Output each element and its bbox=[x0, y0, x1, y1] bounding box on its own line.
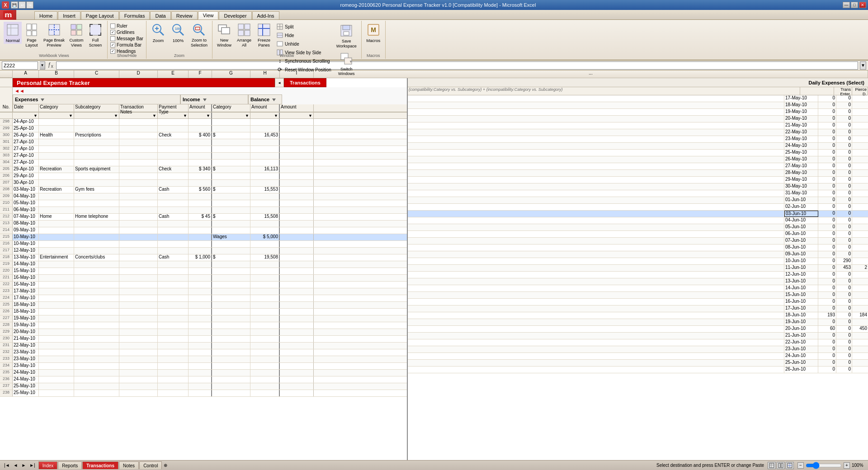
sheet-scroll-area[interactable]: Personal Expense Tracker ◄ Transactions … bbox=[0, 78, 868, 460]
right-table-row[interactable]: 19-Jun-10 0 0 bbox=[408, 319, 868, 326]
gridlines-checkbox[interactable]: ✓ bbox=[110, 30, 115, 35]
hide-btn[interactable]: Hide bbox=[275, 31, 333, 39]
messagebar-checkbox[interactable] bbox=[110, 36, 115, 41]
table-row[interactable]: 218 13-May-10 Entertainment Concerts/clu… bbox=[0, 254, 407, 261]
table-row[interactable]: 231 22-May-10 bbox=[0, 343, 407, 349]
sheet-tab-reports[interactable]: Reports bbox=[58, 461, 82, 469]
table-row[interactable]: 237 25-May-10 bbox=[0, 383, 407, 390]
right-table-row[interactable]: 28-May-10 0 0 bbox=[408, 170, 868, 177]
col-header-J-onward[interactable]: ... bbox=[314, 70, 868, 78]
col-header-D[interactable]: D bbox=[119, 70, 158, 78]
unhide-btn[interactable]: Unhide bbox=[275, 40, 333, 48]
formula-input[interactable] bbox=[56, 61, 858, 70]
table-row[interactable]: 206 29-Apr-10 bbox=[0, 173, 407, 180]
right-table-row[interactable]: 18-Jun-10 193 0 184 bbox=[408, 312, 868, 319]
zoom-selection-btn[interactable]: Zoom toSelection bbox=[189, 22, 209, 49]
table-row[interactable]: 215 10-May-10 Wages $ 5,000 bbox=[0, 234, 407, 241]
page-break-status-btn[interactable] bbox=[786, 462, 794, 469]
sheet-tab-add[interactable]: ⊕ bbox=[162, 463, 169, 468]
page-layout-btn[interactable]: PageLayout bbox=[23, 22, 41, 49]
table-row[interactable]: 304 27-Apr-10 bbox=[0, 160, 407, 166]
right-table-row[interactable]: 06-Jun-10 0 0 bbox=[408, 231, 868, 238]
col-header-F[interactable]: F bbox=[189, 70, 212, 78]
right-table-row[interactable]: 11-Jun-10 0 453 2 bbox=[408, 265, 868, 272]
sheet-tab-notes[interactable]: Notes bbox=[119, 461, 139, 469]
ruler-checkbox[interactable] bbox=[110, 24, 115, 28]
right-table-row[interactable]: 23-Jun-10 0 0 bbox=[408, 346, 868, 353]
collapse-btn[interactable]: ◄ bbox=[275, 78, 284, 87]
right-table-row[interactable]: 15-Jun-10 0 0 bbox=[408, 292, 868, 299]
normal-view-status-btn[interactable] bbox=[768, 462, 776, 469]
formulabar-checkbox[interactable]: ✓ bbox=[110, 42, 115, 47]
name-box-dropdown[interactable]: ▼ bbox=[40, 61, 45, 70]
filter-inc-cat[interactable]: ▼ bbox=[212, 113, 250, 118]
messagebar-checkbox-row[interactable]: Message Bar bbox=[110, 36, 143, 41]
right-table-row[interactable]: 20-Jun-10 60 0 450 bbox=[408, 326, 868, 333]
right-table-row[interactable]: 09-Jun-10 0 0 bbox=[408, 251, 868, 258]
app-minimize-btn[interactable]: — bbox=[843, 2, 850, 8]
right-table-row[interactable]: 17-May-10 0 0 bbox=[408, 95, 868, 102]
table-row[interactable]: 222 16-May-10 bbox=[0, 282, 407, 288]
right-table-row[interactable]: 24-Jun-10 0 0 bbox=[408, 353, 868, 360]
right-table-row[interactable]: 16-Jun-10 0 0 bbox=[408, 299, 868, 306]
table-row[interactable]: 216 10-May-10 bbox=[0, 241, 407, 248]
col-header-A[interactable]: A bbox=[13, 70, 39, 78]
tab-formulas[interactable]: Formulas bbox=[119, 11, 150, 19]
right-table-row[interactable]: 21-May-10 0 0 bbox=[408, 122, 868, 129]
right-table-row[interactable]: 21-Jun-10 0 0 bbox=[408, 333, 868, 339]
app-close-btn[interactable]: ✕ bbox=[859, 2, 866, 8]
right-table-row[interactable]: 29-May-10 0 0 bbox=[408, 177, 868, 183]
col-header-B[interactable]: B bbox=[39, 70, 74, 78]
table-row[interactable]: 209 04-May-10 bbox=[0, 193, 407, 200]
formula-expand-btn[interactable]: ▼ bbox=[860, 61, 866, 70]
table-row[interactable]: 227 19-May-10 bbox=[0, 315, 407, 322]
table-row[interactable]: 220 15-May-10 bbox=[0, 268, 407, 275]
right-table-row[interactable]: 30-May-10 0 0 bbox=[408, 183, 868, 190]
right-table-row[interactable]: 02-Jun-10 0 0 bbox=[408, 204, 868, 211]
tab-data[interactable]: Data bbox=[150, 11, 170, 19]
col-header-G[interactable]: G bbox=[212, 70, 250, 78]
table-row[interactable]: 213 08-May-10 bbox=[0, 221, 407, 227]
page-layout-status-btn[interactable] bbox=[777, 462, 785, 469]
right-table-row[interactable]: 27-May-10 0 0 bbox=[408, 163, 868, 170]
nav-arrows[interactable]: ◄◄ bbox=[13, 87, 26, 94]
table-row[interactable]: 223 17-May-10 bbox=[0, 288, 407, 295]
table-row[interactable]: 303 27-Apr-10 bbox=[0, 153, 407, 160]
freeze-panes-btn[interactable]: FreezePanes bbox=[255, 22, 273, 49]
full-screen-btn[interactable]: FullScreen bbox=[86, 22, 104, 49]
name-box[interactable]: Z222 bbox=[2, 61, 38, 70]
right-table-row[interactable]: 22-Jun-10 0 0 bbox=[408, 339, 868, 346]
tab-pagelayout[interactable]: Page Layout bbox=[81, 11, 119, 19]
table-row[interactable]: 214 09-May-10 bbox=[0, 227, 407, 234]
sheet-next-btn[interactable]: ► bbox=[20, 463, 27, 468]
table-row[interactable]: 205 29-Apr-10 Recreation Sports equipmen… bbox=[0, 166, 407, 173]
tab-home[interactable]: Home bbox=[34, 11, 57, 19]
redo-quick-btn[interactable]: ↪ bbox=[26, 1, 33, 9]
table-row[interactable]: 224 17-May-10 bbox=[0, 295, 407, 302]
split-btn[interactable]: Split bbox=[275, 23, 333, 31]
filter-notes[interactable]: ▼ bbox=[119, 113, 158, 118]
right-table-row[interactable]: 26-May-10 0 0 bbox=[408, 156, 868, 163]
right-table-row[interactable]: 18-May-10 0 0 bbox=[408, 102, 868, 109]
table-row[interactable]: 207 30-Apr-10 bbox=[0, 180, 407, 187]
right-table-row[interactable]: 05-Jun-10 0 0 bbox=[408, 224, 868, 231]
table-row[interactable]: 301 27-Apr-10 bbox=[0, 139, 407, 146]
filter-inc-amt[interactable]: ▼ bbox=[250, 113, 280, 118]
ruler-checkbox-row[interactable]: Ruler bbox=[110, 24, 127, 28]
sheet-last-btn[interactable]: ►| bbox=[28, 463, 37, 468]
table-row[interactable]: 235 24-May-10 bbox=[0, 370, 407, 376]
table-row[interactable]: 211 06-May-10 bbox=[0, 207, 407, 214]
right-table-row[interactable]: 25-Jun-10 0 0 bbox=[408, 360, 868, 367]
gridlines-checkbox-row[interactable]: ✓ Gridlines bbox=[110, 30, 134, 35]
table-row[interactable]: 229 20-May-10 bbox=[0, 329, 407, 336]
formula-function-icon[interactable]: ƒx bbox=[47, 61, 54, 69]
table-row[interactable]: 228 19-May-10 bbox=[0, 322, 407, 329]
table-row[interactable]: 208 03-May-10 Recreation Gym fees Cash $… bbox=[0, 187, 407, 193]
save-workspace-btn[interactable]: SaveWorkspace bbox=[335, 23, 359, 50]
reset-window-btn[interactable]: ⟳ Reset Window Position bbox=[275, 66, 333, 74]
table-row[interactable]: 226 18-May-10 bbox=[0, 309, 407, 315]
normal-view-btn[interactable]: Normal bbox=[4, 22, 22, 44]
table-row[interactable]: 302 27-Apr-10 bbox=[0, 146, 407, 153]
filter-amt[interactable]: ▼ bbox=[189, 113, 212, 118]
right-table-row[interactable]: 08-Jun-10 0 0 bbox=[408, 244, 868, 251]
